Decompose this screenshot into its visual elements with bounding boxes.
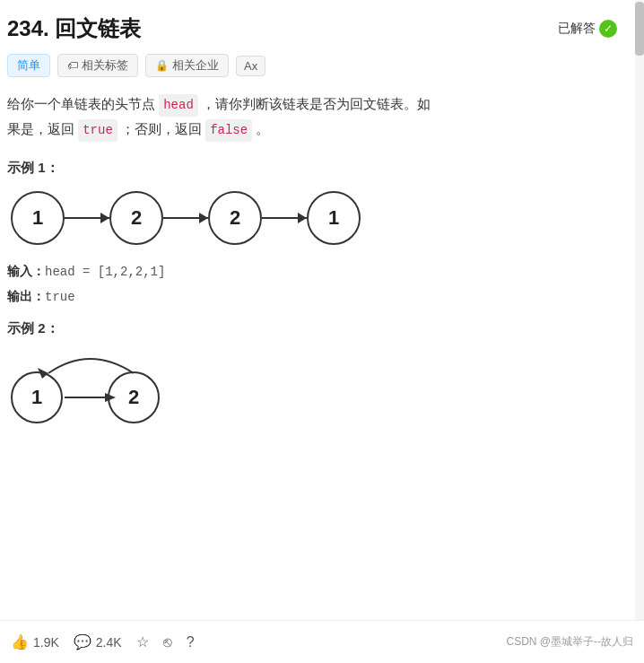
description: 给你一个单链表的头节点 head ，请你判断该链表是否为回文链表。如果是，返回 …: [7, 92, 617, 142]
code-true: true: [78, 119, 117, 142]
input-value: head = [1,2,2,1]: [45, 265, 165, 279]
arrow-line-2: [163, 217, 208, 219]
tags-row: 简单 🏷 相关标签 🔒 相关企业 Ax: [7, 54, 617, 77]
title-row: 234. 回文链表 已解答 ✓: [7, 14, 617, 43]
star-icon: ☆: [136, 633, 149, 650]
bottom-toolbar: 👍 1.9K 💬 2.4K ☆ ⎋ ? CSDN @墨城举子--故人归: [0, 620, 644, 663]
tag-company-label: 相关企业: [172, 57, 219, 74]
tag-simple[interactable]: 简单: [7, 54, 50, 77]
svg-marker-1: [105, 393, 116, 402]
example1-diagram: 1 2 2 1: [7, 191, 617, 245]
arrow-line-1: [65, 217, 109, 219]
scrollbar[interactable]: [635, 0, 644, 663]
input-label: 输入：: [7, 264, 45, 278]
share-button[interactable]: ⎋: [163, 634, 172, 650]
solved-badge: 已解答 ✓: [558, 20, 617, 38]
example2-diagram: 1 2: [7, 352, 617, 423]
tag-related-tags[interactable]: 🏷 相关标签: [57, 54, 138, 77]
share-icon: ⎋: [163, 634, 172, 650]
node-1: 1: [11, 191, 65, 245]
curved-arrow-svg: [11, 352, 172, 423]
comment-icon: 💬: [74, 633, 91, 650]
arrow-2: [163, 217, 208, 219]
example2-area: 示例 2： 1 2: [7, 320, 617, 423]
toolbar-left: 👍 1.9K 💬 2.4K ☆ ⎋ ?: [11, 633, 195, 650]
solved-label: 已解答: [558, 21, 596, 37]
comments-count: 2.4K: [96, 635, 122, 650]
check-icon: ✓: [599, 20, 617, 38]
thumbs-up-icon: 👍: [11, 633, 29, 650]
arrow-line-3: [262, 217, 307, 219]
node-4: 1: [307, 191, 361, 245]
example1-io: 输入：head = [1,2,2,1] 输出：true: [7, 259, 617, 309]
tag-related-company[interactable]: 🔒 相关企业: [145, 54, 229, 77]
output-line: 输出：true: [7, 284, 617, 310]
code-false: false: [205, 119, 252, 142]
tag-font[interactable]: Ax: [236, 56, 265, 76]
output-label: 输出：: [7, 289, 45, 303]
watermark: CSDN @墨城举子--故人归: [506, 634, 633, 650]
tag-icon: 🏷: [67, 59, 78, 72]
scrollbar-thumb[interactable]: [635, 2, 644, 56]
page-container: 234. 回文链表 已解答 ✓ 简单 🏷 相关标签 🔒 相关企业 Ax 给你一个…: [0, 0, 644, 663]
likes-count: 1.9K: [33, 635, 59, 650]
arrow-3: [262, 217, 307, 219]
tag-related-label: 相关标签: [82, 57, 128, 74]
input-line: 输入：head = [1,2,2,1]: [7, 259, 617, 284]
question-icon: ?: [187, 634, 195, 650]
help-button[interactable]: ?: [187, 634, 195, 650]
code-head: head: [159, 94, 198, 117]
node-2: 2: [109, 191, 163, 245]
main-content: 234. 回文链表 已解答 ✓ 简单 🏷 相关标签 🔒 相关企业 Ax 给你一个…: [0, 0, 635, 423]
example2-title: 示例 2：: [7, 320, 617, 337]
star-button[interactable]: ☆: [136, 633, 149, 650]
node-3: 2: [208, 191, 262, 245]
likes-button[interactable]: 👍 1.9K: [11, 633, 59, 650]
comments-button[interactable]: 💬 2.4K: [74, 633, 122, 650]
svg-marker-2: [38, 368, 48, 379]
arrow-1: [65, 217, 109, 219]
lock-icon: 🔒: [155, 59, 169, 72]
page-title: 234. 回文链表: [7, 14, 141, 43]
curved-arrow-container: 1 2: [11, 352, 172, 423]
example1-title: 示例 1：: [7, 160, 617, 177]
output-value: true: [45, 290, 75, 304]
